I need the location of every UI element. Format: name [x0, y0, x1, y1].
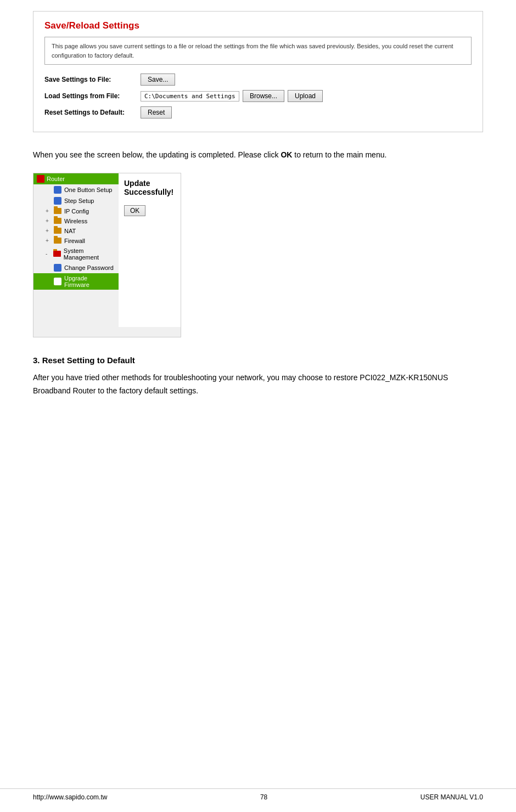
sidebar-item-nat[interactable]: + NAT: [33, 226, 119, 236]
paragraph1-part1: When you see the screen below, the updat…: [33, 150, 281, 159]
sidebar: Router One Button Setup Step Setup + IP …: [33, 173, 119, 327]
load-controls: Browse... Upload: [141, 90, 323, 102]
reset-controls: Reset: [141, 106, 172, 119]
browse-button[interactable]: Browse...: [243, 90, 284, 102]
sidebar-spacer-chpwd: [46, 264, 51, 270]
sidebar-header: Router: [33, 173, 119, 184]
sidebar-plus-ip: +: [46, 208, 51, 214]
footer: http://www.sapido.com.tw 78 USER MANUAL …: [0, 788, 516, 801]
file-path-input[interactable]: [141, 91, 239, 101]
sidebar-item-label-system-management: System Management: [64, 247, 114, 261]
upgrade-firmware-icon: [54, 278, 61, 285]
footer-center: 78: [260, 793, 267, 801]
section3-heading: 3. Reset Setting to Default: [33, 356, 483, 365]
section3-text: After you have tried other methods for t…: [33, 371, 483, 398]
router-icon: [37, 175, 44, 183]
step-setup-icon: [54, 197, 61, 205]
success-message: Update Successfully!: [124, 179, 175, 196]
sidebar-item-label-step-setup: Step Setup: [64, 198, 94, 204]
screenshot-inner: Router One Button Setup Step Setup + IP …: [33, 173, 181, 327]
sidebar-item-ip-config[interactable]: + IP Config: [33, 206, 119, 216]
load-settings-row: Load Settings from File: Browse... Uploa…: [44, 90, 472, 102]
sidebar-spacer-upfw: [46, 278, 51, 284]
router-screenshot: Router One Button Setup Step Setup + IP …: [33, 173, 181, 337]
sidebar-item-label-one-button: One Button Setup: [64, 187, 112, 193]
save-controls: Save...: [141, 74, 175, 86]
sysmgmt-folder-icon: [53, 251, 61, 257]
footer-left: http://www.sapido.com.tw: [33, 793, 107, 801]
sidebar-plus-nat: +: [46, 228, 51, 234]
sidebar-header-label: Router: [47, 176, 65, 182]
sidebar-minus-sysmgmt: -: [46, 251, 51, 257]
firewall-folder-icon: [54, 238, 61, 244]
sidebar-item-upgrade-firmware[interactable]: Upgrade Firmware: [33, 273, 119, 290]
sidebar-plus-firewall: +: [46, 238, 51, 244]
sidebar-item-firewall[interactable]: + Firewall: [33, 236, 119, 246]
paragraph1: When you see the screen below, the updat…: [33, 149, 483, 162]
reset-settings-row: Reset Settings to Default: Reset: [44, 106, 472, 119]
save-label: Save Settings to File:: [44, 76, 141, 83]
reset-button[interactable]: Reset: [141, 106, 172, 119]
screenshot-title: Save/Reload Settings: [44, 20, 472, 31]
upload-button[interactable]: Upload: [288, 90, 323, 102]
nat-folder-icon: [54, 228, 61, 234]
sidebar-item-system-management[interactable]: - System Management: [33, 246, 119, 262]
load-label: Load Settings from File:: [44, 92, 141, 100]
sidebar-item-wireless[interactable]: + Wireless: [33, 216, 119, 226]
paragraph1-part2: to return to the main menu.: [292, 150, 386, 159]
save-reload-screenshot: Save/Reload Settings This page allows yo…: [33, 11, 483, 132]
sidebar-item-one-button[interactable]: One Button Setup: [33, 184, 119, 195]
sidebar-item-label-upgrade-firmware: Upgrade Firmware: [64, 275, 114, 288]
sidebar-spacer-1: [46, 187, 51, 193]
main-panel: Update Successfully! OK: [119, 173, 181, 327]
sidebar-item-label-wireless: Wireless: [64, 218, 87, 224]
save-settings-row: Save Settings to File: Save...: [44, 74, 472, 86]
sidebar-item-label-firewall: Firewall: [64, 238, 85, 244]
paragraph1-bold: OK: [281, 150, 292, 159]
sidebar-item-change-password[interactable]: Change Password: [33, 262, 119, 273]
change-password-icon: [54, 264, 61, 272]
wireless-folder-icon: [54, 218, 61, 224]
sidebar-plus-wireless: +: [46, 218, 51, 224]
screenshot-description: This page allows you save current settin…: [44, 37, 472, 65]
sidebar-item-step-setup[interactable]: Step Setup: [33, 195, 119, 206]
sidebar-item-label-change-password: Change Password: [64, 264, 114, 271]
sidebar-spacer-2: [46, 198, 51, 204]
footer-right: USER MANUAL V1.0: [420, 793, 483, 801]
ok-button[interactable]: OK: [124, 205, 145, 216]
sidebar-item-label-nat: NAT: [64, 228, 76, 234]
one-button-icon: [54, 186, 61, 194]
reset-label: Reset Settings to Default:: [44, 109, 141, 116]
ip-config-folder-icon: [54, 208, 61, 214]
sidebar-item-label-ip-config: IP Config: [64, 208, 89, 215]
save-button[interactable]: Save...: [141, 74, 175, 86]
